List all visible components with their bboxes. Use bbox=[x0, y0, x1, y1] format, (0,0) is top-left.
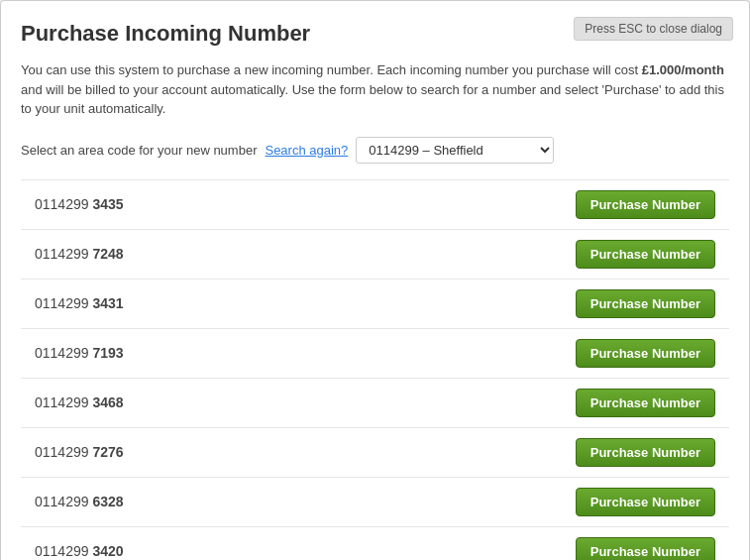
table-row: 0114299 7276 Purchase Number bbox=[21, 427, 729, 477]
numbers-table: 0114299 3435 Purchase Number 0114299 724… bbox=[21, 179, 729, 561]
phone-number: 0114299 3435 bbox=[21, 179, 562, 229]
purchase-number-dialog: Press ESC to close dialog Purchase Incom… bbox=[0, 0, 750, 560]
area-code-select[interactable]: 0114299 – Sheffield bbox=[356, 137, 554, 164]
purchase-number-button[interactable]: Purchase Number bbox=[576, 488, 715, 516]
purchase-btn-cell: Purchase Number bbox=[562, 229, 729, 279]
table-row: 0114299 7193 Purchase Number bbox=[21, 328, 729, 378]
desc-price: £1.000/month bbox=[642, 62, 724, 77]
table-row: 0114299 3431 Purchase Number bbox=[21, 279, 729, 328]
phone-number: 0114299 3468 bbox=[21, 378, 562, 427]
area-code-row: Select an area code for your new number … bbox=[21, 137, 729, 164]
purchase-number-button[interactable]: Purchase Number bbox=[576, 339, 715, 368]
number-suffix: 3420 bbox=[92, 543, 123, 559]
purchase-number-button[interactable]: Purchase Number bbox=[576, 190, 715, 219]
purchase-number-button[interactable]: Purchase Number bbox=[576, 240, 715, 269]
number-prefix: 0114299 bbox=[35, 345, 92, 361]
phone-number: 0114299 6328 bbox=[21, 477, 562, 526]
purchase-btn-cell: Purchase Number bbox=[562, 526, 729, 560]
purchase-btn-cell: Purchase Number bbox=[562, 477, 729, 526]
area-code-label: Select an area code for your new number bbox=[21, 143, 257, 158]
number-prefix: 0114299 bbox=[35, 246, 92, 262]
number-prefix: 0114299 bbox=[35, 444, 92, 460]
phone-number: 0114299 7276 bbox=[21, 427, 562, 477]
phone-number: 0114299 7248 bbox=[21, 229, 562, 279]
purchase-btn-cell: Purchase Number bbox=[562, 378, 729, 427]
number-prefix: 0114299 bbox=[35, 543, 92, 559]
number-suffix: 7276 bbox=[92, 444, 123, 460]
phone-number: 0114299 3431 bbox=[21, 279, 562, 328]
purchase-number-button[interactable]: Purchase Number bbox=[576, 438, 715, 467]
search-again-link[interactable]: Search again? bbox=[265, 143, 348, 158]
purchase-number-button[interactable]: Purchase Number bbox=[576, 389, 715, 417]
number-prefix: 0114299 bbox=[35, 196, 92, 212]
desc-before: You can use this system to purchase a ne… bbox=[21, 62, 642, 77]
number-suffix: 3468 bbox=[92, 394, 123, 410]
desc-after: and will be billed to your account autom… bbox=[21, 82, 724, 117]
number-suffix: 3431 bbox=[92, 295, 123, 311]
table-row: 0114299 6328 Purchase Number bbox=[21, 477, 729, 526]
purchase-btn-cell: Purchase Number bbox=[562, 427, 729, 477]
number-suffix: 6328 bbox=[92, 494, 123, 509]
number-suffix: 3435 bbox=[92, 196, 123, 212]
purchase-number-button[interactable]: Purchase Number bbox=[576, 289, 715, 318]
purchase-btn-cell: Purchase Number bbox=[562, 279, 729, 328]
number-prefix: 0114299 bbox=[35, 295, 92, 311]
purchase-number-button[interactable]: Purchase Number bbox=[576, 537, 715, 561]
purchase-btn-cell: Purchase Number bbox=[562, 179, 729, 229]
number-prefix: 0114299 bbox=[35, 394, 92, 410]
table-row: 0114299 7248 Purchase Number bbox=[21, 229, 729, 279]
purchase-btn-cell: Purchase Number bbox=[562, 328, 729, 378]
table-row: 0114299 3435 Purchase Number bbox=[21, 179, 729, 229]
number-suffix: 7193 bbox=[92, 345, 123, 361]
phone-number: 0114299 3420 bbox=[21, 526, 562, 560]
table-row: 0114299 3420 Purchase Number bbox=[21, 526, 729, 560]
number-prefix: 0114299 bbox=[35, 494, 92, 509]
number-suffix: 7248 bbox=[92, 246, 123, 262]
phone-number: 0114299 7193 bbox=[21, 328, 562, 378]
dialog-description: You can use this system to purchase a ne… bbox=[21, 60, 729, 119]
esc-hint: Press ESC to close dialog bbox=[574, 17, 733, 41]
table-row: 0114299 3468 Purchase Number bbox=[21, 378, 729, 427]
